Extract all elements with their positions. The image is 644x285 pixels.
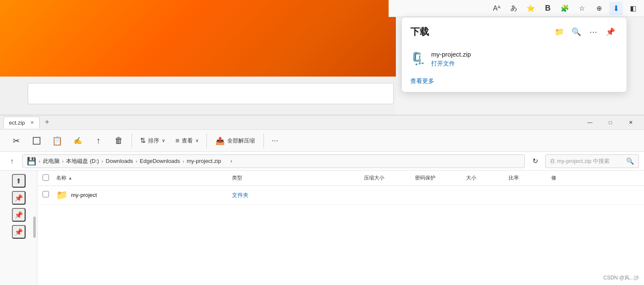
fe-tab-zip[interactable]: ect.zip ✕: [3, 117, 40, 128]
sort-btn[interactable]: ⇅ 排序 ∨: [135, 131, 169, 150]
breadcrumb-zipfile[interactable]: my-project.zip: [187, 158, 221, 164]
sidebar-btn[interactable]: ◧: [626, 2, 640, 15]
share-icon: ↑: [96, 136, 100, 145]
fe-file-list-area: 名称 ▲ 类型 压缩大小 密码保护 大小 比率: [37, 171, 644, 285]
cut-icon: ✂: [13, 136, 20, 146]
col-ratio-label: 比率: [509, 175, 519, 181]
folder-icon: 📁: [56, 190, 68, 201]
nav-pin-1[interactable]: 📌: [12, 191, 26, 205]
search-icon: 🔍: [626, 157, 634, 165]
view-icon: ≡: [175, 137, 179, 145]
more-tools-btn[interactable]: ⋯: [267, 131, 283, 150]
table-row[interactable]: 📁 my-project 文件夹: [37, 186, 644, 205]
search-downloads-btn[interactable]: 🔍: [569, 24, 584, 40]
open-downloads-folder-btn[interactable]: 📁: [552, 24, 567, 40]
copy-btn[interactable]: [27, 131, 46, 150]
nav-scrollbar-thumb: [33, 217, 36, 238]
fe-tab-close-btn[interactable]: ✕: [30, 120, 34, 125]
downloads-panel: 下载 📁 🔍 ⋯ 📌 🗜️ my-project.zip 打开文件 查看更多: [401, 17, 627, 92]
nav-pin-2[interactable]: 📌: [12, 208, 26, 222]
font-aa-btn[interactable]: Aᴬ: [490, 2, 504, 15]
col-size-label: 大小: [466, 175, 476, 181]
refresh-btn[interactable]: ↻: [528, 154, 542, 168]
breadcrumb-downloads[interactable]: Downloads: [106, 158, 133, 164]
view-more-link[interactable]: 查看更多: [410, 77, 434, 84]
toolbar-separator-2: [206, 133, 207, 148]
downloads-panel-title: 下载: [410, 26, 429, 38]
more-options-btn[interactable]: ⋯: [586, 24, 601, 40]
extract-label: 全部解压缩: [227, 137, 255, 145]
drive-icon: 💾: [27, 157, 36, 166]
pin-panel-btn[interactable]: 📌: [603, 24, 618, 40]
downloads-panel-footer: 查看更多: [402, 74, 627, 92]
fe-toolbar: ✂ 📋 ✍ ↑ 🗑 ⇅ 排序 ∨ ≡ 查看 ∨ 📤 全部: [0, 130, 644, 152]
cut-btn[interactable]: ✂: [7, 131, 26, 150]
nav-up-icon[interactable]: ⬆: [12, 174, 26, 188]
col-header-password[interactable]: 密码保护: [415, 174, 466, 182]
open-file-link[interactable]: 打开文件: [431, 60, 455, 67]
delete-btn[interactable]: 🗑: [109, 131, 128, 150]
view-dropdown-icon: ∨: [195, 138, 199, 143]
sort-icon: ⇅: [140, 137, 146, 145]
fe-content-area: ⬆ 📌 📌 📌 名称 ▲: [0, 171, 644, 285]
collections-btn[interactable]: B: [541, 2, 555, 15]
delete-icon: 🗑: [114, 136, 123, 145]
col-header-type[interactable]: 类型: [232, 174, 364, 182]
extensions-btn[interactable]: 🧩: [558, 2, 572, 15]
fe-new-tab-btn[interactable]: +: [41, 117, 53, 128]
breadcrumb-thispc[interactable]: 此电脑: [43, 157, 60, 165]
extract-icon: 📤: [215, 136, 225, 145]
fe-tab-label: ect.zip: [9, 120, 25, 126]
select-all-checkbox[interactable]: [43, 174, 49, 181]
col-modified-label: 修: [551, 175, 556, 181]
breadcrumb-sep-0: ›: [39, 159, 40, 164]
view-btn[interactable]: ≡ 查看 ∨: [171, 131, 203, 150]
breadcrumb-edgedownloads[interactable]: EdgeDownloads: [140, 158, 180, 164]
downloads-btn[interactable]: ⬇: [609, 2, 623, 15]
breadcrumb-sep-1: ›: [62, 159, 64, 164]
col-header-name[interactable]: 名称 ▲: [56, 174, 232, 182]
rename-btn[interactable]: ✍: [69, 131, 87, 150]
navigate-up-btn[interactable]: ↑: [5, 154, 19, 168]
toolbar-separator-1: [132, 133, 132, 148]
row-checkbox[interactable]: [43, 191, 49, 197]
col-header-size[interactable]: 大小: [466, 174, 509, 182]
paste-btn[interactable]: 📋: [48, 131, 67, 150]
rename-icon: ✍: [74, 137, 82, 145]
close-btn[interactable]: ✕: [621, 116, 641, 129]
download-filename: my-project.zip: [431, 51, 618, 58]
row-type-text: 文件夹: [232, 192, 249, 198]
col-name-sort-arrow: ▲: [68, 176, 72, 180]
col-name-sort[interactable]: 名称 ▲: [56, 174, 232, 182]
col-header-ratio[interactable]: 比率: [509, 174, 551, 182]
col-header-check: [43, 174, 56, 182]
breadcrumb-sep-3: ›: [136, 159, 137, 164]
share-btn[interactable]: ↑: [89, 131, 108, 150]
fe-searchbar[interactable]: 在 my-project.zip 中搜索 🔍: [545, 154, 639, 168]
fe-column-headers: 名称 ▲ 类型 压缩大小 密码保护 大小 比率: [37, 171, 644, 186]
fe-breadcrumb[interactable]: 💾 › 此电脑 › 本地磁盘 (D:) › Downloads › EdgeDo…: [22, 154, 525, 168]
col-name-label: 名称: [56, 174, 66, 182]
favorites-btn[interactable]: ⭐: [524, 2, 538, 15]
fe-addressbar: ↑ 💾 › 此电脑 › 本地磁盘 (D:) › Downloads › Edge…: [0, 152, 644, 171]
zip-file-icon: 🗜️: [410, 51, 425, 66]
more-icon: ⋯: [272, 137, 278, 145]
file-explorer-window: ect.zip ✕ + — □ ✕ ✂ 📋 ✍ ↑ 🗑: [0, 115, 644, 285]
extract-all-btn[interactable]: 📤 全部解压缩: [210, 131, 260, 150]
downloads-panel-header: 下载 📁 🔍 ⋯ 📌: [402, 17, 627, 45]
breadcrumb-disk[interactable]: 本地磁盘 (D:): [66, 157, 99, 165]
col-type-label: 类型: [232, 175, 242, 181]
download-item: 🗜️ my-project.zip 打开文件: [402, 45, 627, 74]
sort-dropdown-icon: ∨: [162, 138, 165, 143]
font-ja-btn[interactable]: あ: [507, 2, 521, 15]
nav-pin-3[interactable]: 📌: [12, 225, 26, 239]
copy-icon: [33, 137, 40, 145]
minimize-btn[interactable]: —: [580, 116, 600, 129]
breadcrumb-expand-btn[interactable]: ›: [226, 155, 238, 167]
row-check: [43, 191, 56, 199]
save-btn[interactable]: ☆: [575, 2, 589, 15]
col-header-modified[interactable]: 修: [551, 174, 639, 182]
add-page-btn[interactable]: ⊕: [592, 2, 606, 15]
col-header-compressed[interactable]: 压缩大小: [364, 174, 415, 182]
maximize-btn[interactable]: □: [601, 116, 620, 129]
